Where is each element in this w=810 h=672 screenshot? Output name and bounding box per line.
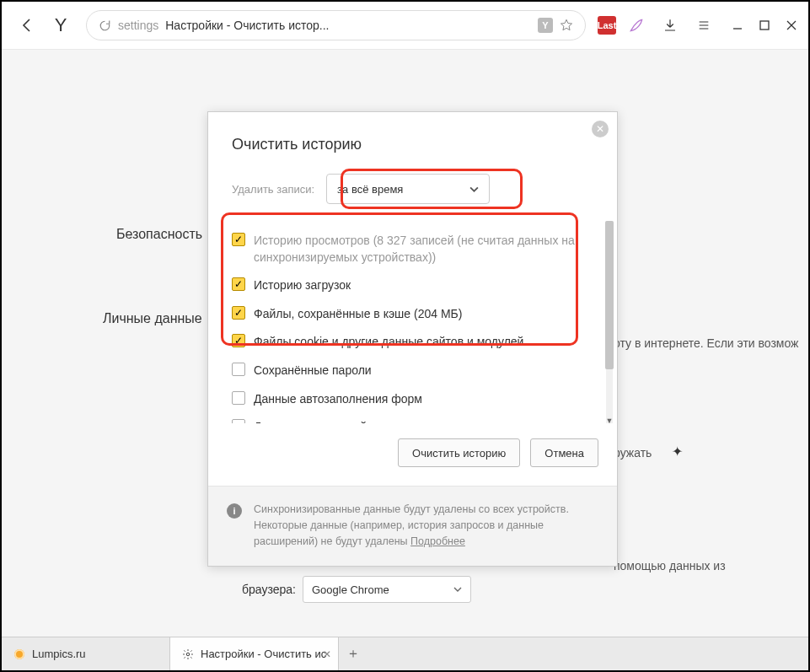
extension-feather-icon[interactable] xyxy=(623,12,650,39)
tab-title: Настройки - Очистить ис xyxy=(201,648,326,660)
option-row-5: Данные автозаполнения форм xyxy=(232,391,597,408)
checkbox[interactable] xyxy=(232,391,245,405)
option-row-4: Сохранённые пароли xyxy=(232,363,597,379)
reload-icon[interactable] xyxy=(99,19,111,32)
dialog-close-button[interactable]: ✕ xyxy=(592,121,609,137)
cancel-button[interactable]: Отмена xyxy=(530,438,598,467)
scroll-down-arrow[interactable]: ▼ xyxy=(603,417,615,423)
dialog-title: Очистить историю xyxy=(232,136,593,153)
address-prefix: settings xyxy=(118,19,158,32)
sync-note-line2: Некоторые данные (например, история запр… xyxy=(254,519,544,547)
new-tab-button[interactable]: ＋ xyxy=(339,637,367,670)
minimize-button[interactable] xyxy=(732,20,743,30)
tab-favicon-lumpics xyxy=(13,648,25,660)
tab-settings[interactable]: Настройки - Очистить ис ✕ xyxy=(170,637,339,670)
section-personal: Личные данные xyxy=(103,311,202,326)
bg-text-3: помощью данных из xyxy=(614,559,726,573)
chevron-down-icon xyxy=(453,585,462,594)
option-label: Сохранённые пароли xyxy=(254,363,372,379)
import-browser-value: Google Chrome xyxy=(312,583,389,596)
import-browser-row: браузера: Google Chrome xyxy=(242,576,471,603)
gear-icon xyxy=(182,648,194,660)
protect-badge[interactable]: Y xyxy=(538,18,553,33)
tab-close-button[interactable]: ✕ xyxy=(323,648,331,660)
bookmark-star-icon[interactable] xyxy=(560,19,573,32)
address-title: Настройки - Очистить истор... xyxy=(165,19,329,32)
option-label: Данные приложений xyxy=(254,419,367,423)
svg-rect-0 xyxy=(760,21,769,30)
yandex-logo[interactable]: Y xyxy=(47,12,74,39)
scroll-thumb[interactable] xyxy=(605,221,614,369)
downloads-button[interactable] xyxy=(657,12,684,39)
sync-note-line1: Синхронизированные данные будут удалены … xyxy=(254,503,569,515)
puzzle-icon: ✦ xyxy=(672,444,683,460)
annotation-highlight-checks xyxy=(221,212,578,346)
tab-title: Lumpics.ru xyxy=(32,648,86,660)
scrollbar[interactable]: ▲ ▼ xyxy=(603,221,615,423)
bg-text-1: оту в интернете. Если эти возмож xyxy=(614,336,798,350)
browser-toolbar: Y settings Настройки - Очистить истор...… xyxy=(2,2,808,49)
tab-bar: Lumpics.ru Настройки - Очистить ис ✕ ＋ xyxy=(2,637,808,670)
annotation-highlight-dropdown xyxy=(341,169,523,209)
section-security: Безопасность xyxy=(116,227,202,242)
checkbox[interactable] xyxy=(232,419,245,423)
option-row-6: Данные приложений xyxy=(232,419,597,423)
import-browser-label: браузера: xyxy=(242,583,296,596)
maximize-button[interactable] xyxy=(759,20,770,30)
delete-records-label: Удалить записи: xyxy=(232,183,314,196)
bg-text-2: ружать xyxy=(614,446,652,460)
sync-note: i Синхронизированные данные будут удален… xyxy=(208,486,617,566)
close-button[interactable] xyxy=(786,20,797,30)
tab-lumpics[interactable]: Lumpics.ru xyxy=(2,637,170,670)
extension-lastfm[interactable]: Last xyxy=(598,16,616,35)
sync-note-more-link[interactable]: Подробнее xyxy=(410,535,465,547)
clear-history-button[interactable]: Очистить историю xyxy=(398,438,520,467)
info-icon: i xyxy=(227,503,242,519)
import-browser-select[interactable]: Google Chrome xyxy=(303,576,471,603)
menu-button[interactable] xyxy=(690,12,717,39)
window-controls xyxy=(732,20,797,30)
option-label: Данные автозаполнения форм xyxy=(254,391,422,408)
checkbox[interactable] xyxy=(232,363,245,376)
back-button[interactable] xyxy=(13,12,40,39)
address-bar[interactable]: settings Настройки - Очистить истор... Y xyxy=(86,10,586,40)
svg-point-1 xyxy=(186,653,190,656)
